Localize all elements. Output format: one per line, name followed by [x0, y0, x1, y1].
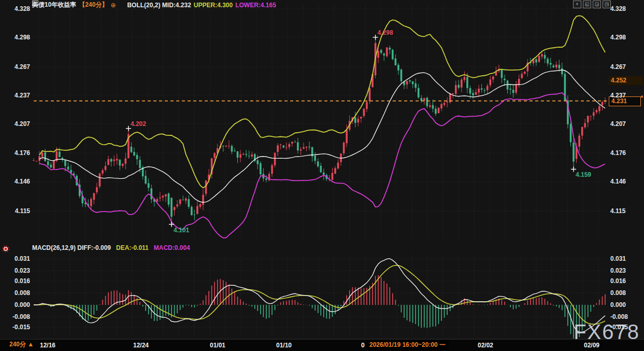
price-tick-right: 4.298 — [610, 34, 626, 41]
price-annotation: 4.101 — [174, 227, 189, 234]
macd-diff-label: MACD(26,12,9) DIFF:-0.009 — [32, 244, 111, 251]
macd-tick-left: 0.031 — [1, 255, 30, 262]
macd-tick-left: 0.023 — [1, 267, 30, 274]
macd-tick-left: -0.008 — [1, 313, 30, 320]
price-direction-arrow-icon: ▲ — [638, 93, 644, 100]
price-tick-right: 4.176 — [610, 149, 626, 157]
price-tick-left: 4.115 — [1, 207, 30, 215]
move-tool-icon[interactable]: + — [573, 1, 581, 8]
price-tick-left: 4.298 — [1, 34, 30, 41]
price-tick-right: 4.237 — [610, 92, 626, 99]
macd-tick-right: 0.016 — [610, 277, 626, 285]
instrument-title: 美债10年收益率 — [32, 1, 76, 9]
period-badge[interactable]: 240分 ▲ — [9, 340, 34, 349]
price-tick-right: 4.267 — [610, 63, 626, 71]
boll-lower-label: LOWER:4.165 — [235, 2, 276, 9]
x-axis-date: 01/10 — [276, 342, 292, 349]
macd-tick-right: 0.023 — [610, 267, 626, 274]
macd-header: MACD(26,12,9) DIFF:-0.009 DEA:-0.011 MAC… — [32, 244, 190, 251]
price-tick-left: 4.267 — [1, 63, 30, 71]
macd-tick-right: -0.008 — [610, 313, 628, 320]
price-tick-left: 4.237 — [1, 92, 30, 99]
macd-value-label: MACD:0.004 — [154, 244, 190, 251]
chart-header: 美债10年收益率【240分】 ⊕ BOLL(20,2) MID:4.232 UP… — [32, 1, 276, 9]
price-tick-right: 4.207 — [610, 120, 626, 128]
chart-app: { "colors":{"bg":"#141414","grid":"#3030… — [0, 0, 644, 351]
chart-toolbar: + ◱ ◲ ◳ — [573, 1, 611, 8]
macd-tick-left: 0.008 — [1, 289, 30, 297]
x-axis-bar: 240分 ▲ 0 2026/01/19 16:00~20:00 一 12/161… — [0, 339, 644, 351]
reference-price-tag: 4.252 — [609, 76, 643, 85]
hover-time-tooltip: 2026/01/19 16:00~20:00 一 — [366, 340, 449, 350]
boll-upper-label: UPPER:4.300 — [194, 2, 233, 9]
price-tick-right: 4.146 — [610, 178, 626, 185]
x-axis-date: 01/01 — [210, 342, 225, 349]
price-tick-right: 4.328 — [610, 5, 626, 12]
macd-tick-right: 0.008 — [610, 289, 626, 297]
x-axis-date: 12/16 — [40, 342, 55, 349]
price-tick-left: 4.176 — [1, 149, 30, 157]
pane-layout-icon-2[interactable]: ◲ — [593, 1, 601, 8]
macd-tick-right: 0.031 — [610, 255, 626, 262]
price-annotation: 4.202 — [131, 120, 146, 128]
expand-icon[interactable]: ⊕ — [110, 2, 116, 9]
macd-tick-left: 0.000 — [1, 301, 30, 308]
x-axis-date: 12/24 — [133, 342, 149, 349]
watermark: FX678 — [574, 320, 640, 344]
covered-tick-remnant: 0 — [361, 342, 365, 349]
pane-layout-icon-3[interactable]: ◳ — [603, 1, 611, 8]
price-annotation: 4.298 — [378, 29, 393, 36]
boll-mid-label: BOLL(20,2) MID:4.232 — [127, 2, 191, 9]
period-tag[interactable]: 【240分】 — [79, 1, 108, 9]
price-tick-left: 4.328 — [1, 5, 30, 12]
price-annotation: 4.159 — [576, 171, 591, 178]
price-tick-right: 4.115 — [610, 207, 625, 215]
dea-label: DEA:-0.011 — [116, 244, 149, 251]
x-axis-date: 02/02 — [478, 342, 493, 349]
macd-tick-right: -0.015 — [610, 324, 628, 331]
macd-tick-right: 0.000 — [610, 301, 626, 308]
pane-layout-icon-1[interactable]: ◱ — [583, 1, 591, 8]
macd-tick-left: 0.016 — [1, 277, 30, 285]
price-tick-left: 4.146 — [1, 178, 30, 185]
chart-canvas[interactable] — [0, 0, 644, 351]
macd-tick-left: -0.015 — [1, 324, 30, 331]
indicator-chart-icon[interactable] — [118, 2, 124, 8]
price-tick-left: 4.207 — [1, 120, 30, 128]
